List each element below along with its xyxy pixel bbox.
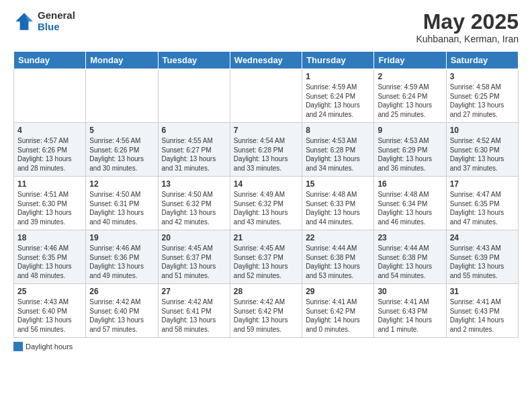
day-info: Sunrise: 4:43 AM Sunset: 6:39 PM Dayligh… — [450, 244, 515, 280]
day-number: 12 — [89, 179, 154, 189]
logo-blue-text: Blue — [38, 21, 75, 33]
day-info: Sunrise: 4:48 AM Sunset: 6:33 PM Dayligh… — [306, 190, 370, 226]
day-info: Sunrise: 4:50 AM Sunset: 6:31 PM Dayligh… — [89, 190, 154, 226]
month-year: May 2025 — [416, 10, 519, 34]
weekday-header-sunday: Sunday — [14, 52, 86, 69]
day-number: 3 — [450, 72, 515, 81]
calendar-cell — [86, 69, 158, 123]
weekday-header-monday: Monday — [86, 52, 158, 69]
calendar-cell: 1Sunrise: 4:59 AM Sunset: 6:24 PM Daylig… — [302, 69, 374, 123]
day-info: Sunrise: 4:58 AM Sunset: 6:25 PM Dayligh… — [450, 83, 515, 119]
logo-icon — [13, 11, 35, 32]
day-number: 9 — [378, 126, 442, 135]
calendar-cell: 29Sunrise: 4:41 AM Sunset: 6:42 PM Dayli… — [302, 284, 374, 338]
header: General Blue May 2025 Kuhbanan, Kerman, … — [13, 10, 519, 44]
day-info: Sunrise: 4:53 AM Sunset: 6:28 PM Dayligh… — [306, 136, 370, 173]
calendar-cell: 30Sunrise: 4:41 AM Sunset: 6:43 PM Dayli… — [374, 284, 446, 338]
calendar-cell: 7Sunrise: 4:54 AM Sunset: 6:28 PM Daylig… — [230, 123, 302, 177]
calendar-cell — [158, 69, 230, 123]
day-number: 15 — [306, 179, 370, 189]
calendar-cell: 5Sunrise: 4:56 AM Sunset: 6:26 PM Daylig… — [86, 123, 158, 177]
weekday-header-wednesday: Wednesday — [230, 52, 302, 69]
day-number: 1 — [306, 72, 370, 81]
calendar-cell: 20Sunrise: 4:45 AM Sunset: 6:37 PM Dayli… — [158, 230, 230, 284]
day-number: 13 — [162, 179, 226, 189]
day-info: Sunrise: 4:47 AM Sunset: 6:35 PM Dayligh… — [450, 190, 515, 226]
logo-text: General Blue — [38, 10, 75, 32]
day-number: 4 — [17, 126, 82, 135]
day-info: Sunrise: 4:57 AM Sunset: 6:26 PM Dayligh… — [17, 136, 82, 173]
calendar-cell — [230, 69, 302, 123]
day-number: 11 — [17, 179, 82, 189]
calendar-cell: 10Sunrise: 4:52 AM Sunset: 6:30 PM Dayli… — [446, 123, 518, 177]
day-info: Sunrise: 4:54 AM Sunset: 6:28 PM Dayligh… — [234, 136, 298, 173]
day-info: Sunrise: 4:59 AM Sunset: 6:24 PM Dayligh… — [378, 83, 442, 119]
day-number: 25 — [17, 287, 82, 296]
day-number: 21 — [234, 233, 298, 242]
calendar-week-5: 25Sunrise: 4:43 AM Sunset: 6:40 PM Dayli… — [14, 284, 519, 338]
calendar-cell: 26Sunrise: 4:42 AM Sunset: 6:40 PM Dayli… — [86, 284, 158, 338]
day-info: Sunrise: 4:46 AM Sunset: 6:36 PM Dayligh… — [89, 244, 154, 280]
legend-label: Daylight hours — [26, 342, 73, 351]
day-number: 26 — [89, 287, 154, 296]
day-number: 30 — [378, 287, 442, 296]
calendar-cell: 12Sunrise: 4:50 AM Sunset: 6:31 PM Dayli… — [86, 177, 158, 230]
calendar-cell: 28Sunrise: 4:42 AM Sunset: 6:42 PM Dayli… — [230, 284, 302, 338]
day-number: 8 — [306, 126, 370, 135]
location: Kuhbanan, Kerman, Iran — [416, 34, 519, 44]
day-info: Sunrise: 4:46 AM Sunset: 6:35 PM Dayligh… — [17, 244, 82, 280]
day-number: 22 — [306, 233, 370, 242]
day-number: 20 — [162, 233, 226, 242]
day-number: 10 — [450, 126, 515, 135]
day-info: Sunrise: 4:42 AM Sunset: 6:40 PM Dayligh… — [89, 298, 154, 334]
logo: General Blue — [13, 10, 75, 32]
day-number: 28 — [234, 287, 298, 296]
calendar-week-1: 1Sunrise: 4:59 AM Sunset: 6:24 PM Daylig… — [14, 69, 519, 123]
day-info: Sunrise: 4:59 AM Sunset: 6:24 PM Dayligh… — [306, 83, 370, 119]
day-info: Sunrise: 4:41 AM Sunset: 6:43 PM Dayligh… — [450, 298, 515, 334]
title-block: May 2025 Kuhbanan, Kerman, Iran — [416, 10, 519, 44]
calendar-cell: 22Sunrise: 4:44 AM Sunset: 6:38 PM Dayli… — [302, 230, 374, 284]
calendar-cell: 15Sunrise: 4:48 AM Sunset: 6:33 PM Dayli… — [302, 177, 374, 230]
day-info: Sunrise: 4:52 AM Sunset: 6:30 PM Dayligh… — [450, 136, 515, 173]
day-info: Sunrise: 4:50 AM Sunset: 6:32 PM Dayligh… — [162, 190, 226, 226]
calendar-cell: 27Sunrise: 4:42 AM Sunset: 6:41 PM Dayli… — [158, 284, 230, 338]
day-info: Sunrise: 4:56 AM Sunset: 6:26 PM Dayligh… — [89, 136, 154, 173]
calendar-cell: 21Sunrise: 4:45 AM Sunset: 6:37 PM Dayli… — [230, 230, 302, 284]
day-info: Sunrise: 4:48 AM Sunset: 6:34 PM Dayligh… — [378, 190, 442, 226]
day-info: Sunrise: 4:44 AM Sunset: 6:38 PM Dayligh… — [378, 244, 442, 280]
day-info: Sunrise: 4:42 AM Sunset: 6:42 PM Dayligh… — [234, 298, 298, 334]
calendar-cell: 24Sunrise: 4:43 AM Sunset: 6:39 PM Dayli… — [446, 230, 518, 284]
day-number: 24 — [450, 233, 515, 242]
day-number: 2 — [378, 72, 442, 81]
calendar-cell: 19Sunrise: 4:46 AM Sunset: 6:36 PM Dayli… — [86, 230, 158, 284]
weekday-header-friday: Friday — [374, 52, 446, 69]
day-number: 5 — [89, 126, 154, 135]
day-number: 27 — [162, 287, 226, 296]
day-number: 29 — [306, 287, 370, 296]
calendar-week-2: 4Sunrise: 4:57 AM Sunset: 6:26 PM Daylig… — [14, 123, 519, 177]
calendar-cell: 14Sunrise: 4:49 AM Sunset: 6:32 PM Dayli… — [230, 177, 302, 230]
calendar-week-4: 18Sunrise: 4:46 AM Sunset: 6:35 PM Dayli… — [14, 230, 519, 284]
calendar-cell: 23Sunrise: 4:44 AM Sunset: 6:38 PM Dayli… — [374, 230, 446, 284]
calendar-cell: 4Sunrise: 4:57 AM Sunset: 6:26 PM Daylig… — [14, 123, 86, 177]
day-info: Sunrise: 4:43 AM Sunset: 6:40 PM Dayligh… — [17, 298, 82, 334]
calendar-cell — [14, 69, 86, 123]
calendar-week-3: 11Sunrise: 4:51 AM Sunset: 6:30 PM Dayli… — [14, 177, 519, 230]
day-info: Sunrise: 4:41 AM Sunset: 6:43 PM Dayligh… — [378, 298, 442, 334]
day-info: Sunrise: 4:55 AM Sunset: 6:27 PM Dayligh… — [162, 136, 226, 173]
day-info: Sunrise: 4:51 AM Sunset: 6:30 PM Dayligh… — [17, 190, 82, 226]
day-number: 6 — [162, 126, 226, 135]
weekday-header-thursday: Thursday — [302, 52, 374, 69]
calendar-cell: 25Sunrise: 4:43 AM Sunset: 6:40 PM Dayli… — [14, 284, 86, 338]
weekday-header-row: SundayMondayTuesdayWednesdayThursdayFrid… — [14, 52, 519, 69]
day-info: Sunrise: 4:41 AM Sunset: 6:42 PM Dayligh… — [306, 298, 370, 334]
day-number: 14 — [234, 179, 298, 189]
day-info: Sunrise: 4:49 AM Sunset: 6:32 PM Dayligh… — [234, 190, 298, 226]
calendar-cell: 16Sunrise: 4:48 AM Sunset: 6:34 PM Dayli… — [374, 177, 446, 230]
legend-color-box — [13, 342, 23, 351]
page: General Blue May 2025 Kuhbanan, Kerman, … — [0, 0, 532, 411]
day-info: Sunrise: 4:45 AM Sunset: 6:37 PM Dayligh… — [162, 244, 226, 280]
calendar-cell: 9Sunrise: 4:53 AM Sunset: 6:29 PM Daylig… — [374, 123, 446, 177]
calendar-cell: 11Sunrise: 4:51 AM Sunset: 6:30 PM Dayli… — [14, 177, 86, 230]
